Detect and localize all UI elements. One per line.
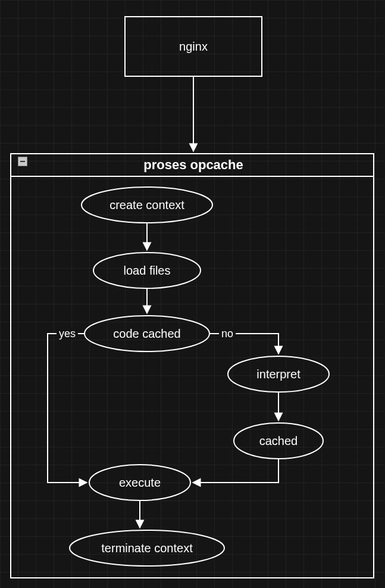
edge-cached-yes-to-execute: [48, 334, 87, 483]
label-execute: execute: [119, 476, 161, 490]
label-interpret: interpret: [256, 368, 300, 381]
diagram-svg: [0, 0, 385, 588]
collapse-icon[interactable]: [18, 157, 27, 166]
container-title: proses opcache: [143, 157, 243, 173]
label-terminate-context: terminate context: [101, 542, 192, 555]
label-load-files: load files: [124, 264, 171, 278]
edge-cached-to-execute: [193, 459, 278, 483]
label-cached: cached: [259, 434, 298, 448]
edge-label-yes: yes: [57, 328, 78, 340]
label-nginx: nginx: [179, 40, 208, 54]
edge-label-no: no: [219, 328, 236, 340]
label-create-context: create context: [109, 198, 184, 212]
label-code-cached: code cached: [113, 327, 180, 341]
